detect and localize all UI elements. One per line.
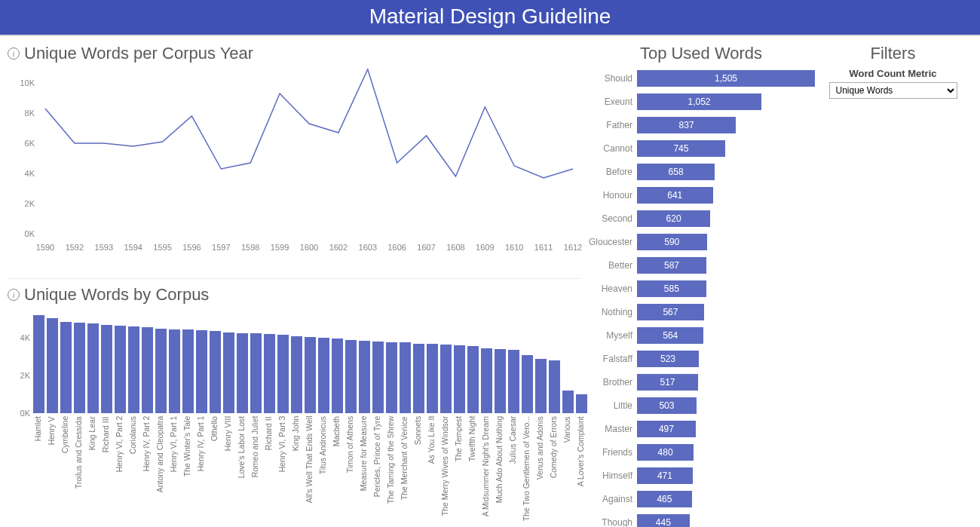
bar[interactable] <box>142 327 153 413</box>
bar-label: The Tempest <box>454 416 465 521</box>
bar[interactable] <box>400 342 411 413</box>
bar[interactable] <box>413 344 424 414</box>
top-word-label: Honour <box>587 190 637 201</box>
x-tick: 1602 <box>329 243 348 252</box>
bar[interactable] <box>440 345 452 413</box>
top-word-row[interactable]: Against465 <box>587 489 815 510</box>
bar[interactable] <box>155 329 167 414</box>
bar-label: Romeo and Juliet <box>250 416 262 521</box>
top-word-track: 523 <box>637 351 815 367</box>
bar[interactable] <box>481 348 492 413</box>
bar[interactable] <box>196 330 207 413</box>
top-word-row[interactable]: Heaven585 <box>587 278 815 299</box>
bar-label: Henry VI, Part 3 <box>277 416 289 521</box>
bar[interactable] <box>74 323 85 413</box>
top-word-row[interactable]: Second620 <box>587 208 815 229</box>
bar[interactable] <box>291 336 302 414</box>
top-word-row[interactable]: Before658 <box>587 161 815 182</box>
y-tick: 2K <box>20 371 30 380</box>
bar[interactable] <box>87 323 99 413</box>
bar[interactable] <box>535 359 547 414</box>
top-word-row[interactable]: Friends480 <box>587 442 815 463</box>
top-word-track: 1,505 <box>637 70 815 87</box>
bar[interactable] <box>386 342 397 413</box>
bar-chart[interactable]: 0K2K4K HamletHenry VCymbelineTroilus and… <box>8 315 581 527</box>
top-word-label: Little <box>587 400 637 411</box>
bar[interactable] <box>576 394 587 413</box>
bar-label: Timon of Athens <box>345 416 357 521</box>
bar[interactable] <box>277 335 289 413</box>
top-word-track: 503 <box>637 397 815 414</box>
bar-label: A Lover's Complaint <box>576 416 587 521</box>
top-word-row[interactable]: Falstaff523 <box>587 348 815 369</box>
top-word-bar: 585 <box>637 280 706 297</box>
bar[interactable] <box>47 318 58 413</box>
bar-label: Henry VIII <box>223 416 234 521</box>
bar-label: As You Like It <box>427 416 438 521</box>
top-word-row[interactable]: Honour641 <box>587 185 815 206</box>
top-word-label: Father <box>587 120 637 130</box>
bar[interactable] <box>549 360 560 413</box>
top-word-row[interactable]: Better587 <box>587 255 815 276</box>
content-area: i Unique Words per Corpus Year 0K2K4K6K8… <box>0 36 980 527</box>
x-tick: 1608 <box>446 243 464 252</box>
metric-filter-select[interactable]: Unique Words <box>829 82 957 99</box>
top-word-label: Exeunt <box>587 97 637 107</box>
bar[interactable] <box>101 325 112 414</box>
bar[interactable] <box>182 329 194 413</box>
top-word-label: Heaven <box>587 283 637 294</box>
bar[interactable] <box>305 337 316 413</box>
bar[interactable] <box>237 333 248 413</box>
bar[interactable] <box>345 340 357 414</box>
bar[interactable] <box>522 355 533 414</box>
top-word-row[interactable]: Nothing567 <box>587 302 815 323</box>
bar[interactable] <box>454 345 465 413</box>
top-word-row[interactable]: Should1,505 <box>587 68 815 89</box>
line-chart[interactable]: 0K2K4K6K8K10K 15901592159315941595159615… <box>8 68 581 279</box>
bar[interactable] <box>372 342 384 413</box>
top-word-row[interactable]: Gloucester590 <box>587 231 815 253</box>
top-words-title-row: Top Used Words <box>587 44 815 63</box>
top-word-bar: 564 <box>637 327 703 344</box>
bar[interactable] <box>508 350 519 413</box>
bar[interactable] <box>495 349 506 413</box>
bar[interactable] <box>210 331 221 413</box>
bar[interactable] <box>115 326 126 413</box>
bar-label: Richard III <box>101 416 112 521</box>
bar[interactable] <box>359 341 370 413</box>
bar[interactable] <box>223 332 234 414</box>
top-word-row[interactable]: Myself564 <box>587 325 815 346</box>
bar-label: Julius Caesar <box>508 416 519 521</box>
top-word-row[interactable]: Himself471 <box>587 465 815 486</box>
bar[interactable] <box>562 391 574 413</box>
bar-label: A Midsummer Night's Dream <box>481 416 492 521</box>
info-icon[interactable]: i <box>8 289 20 301</box>
top-word-row[interactable]: Cannot745 <box>587 138 815 159</box>
bar[interactable] <box>250 333 262 413</box>
bar[interactable] <box>33 315 44 413</box>
bar-label: Henry IV, Part 2 <box>142 416 153 521</box>
top-word-row[interactable]: Exeunt1,052 <box>587 91 815 112</box>
bar[interactable] <box>128 326 139 413</box>
bar-label: Much Ado About Nothing <box>495 416 506 521</box>
bar[interactable] <box>467 346 479 413</box>
info-icon[interactable]: i <box>8 47 20 60</box>
bar[interactable] <box>318 338 329 413</box>
bar-chart-y-axis: 0K2K4K <box>8 315 32 413</box>
bar[interactable] <box>60 322 72 413</box>
top-word-row[interactable]: Though445 <box>587 512 815 527</box>
top-word-row[interactable]: Master497 <box>587 418 815 440</box>
top-word-label: Nothing <box>587 307 637 317</box>
top-word-bar: 465 <box>637 491 692 507</box>
bar-label: Troilus and Cressida <box>74 416 85 521</box>
bar[interactable] <box>427 344 438 414</box>
bar[interactable] <box>264 334 275 413</box>
top-word-row[interactable]: Father837 <box>587 115 815 136</box>
line-chart-title: Unique Words per Corpus Year <box>24 44 253 63</box>
top-word-row[interactable]: Brother517 <box>587 372 815 393</box>
bar[interactable] <box>169 329 180 413</box>
filters-column: Filters Word Count Metric Unique Words <box>818 36 972 527</box>
top-words-chart[interactable]: Should1,505Exeunt1,052Father837Cannot745… <box>587 68 815 527</box>
bar[interactable] <box>332 339 343 413</box>
top-word-row[interactable]: Little503 <box>587 395 815 416</box>
